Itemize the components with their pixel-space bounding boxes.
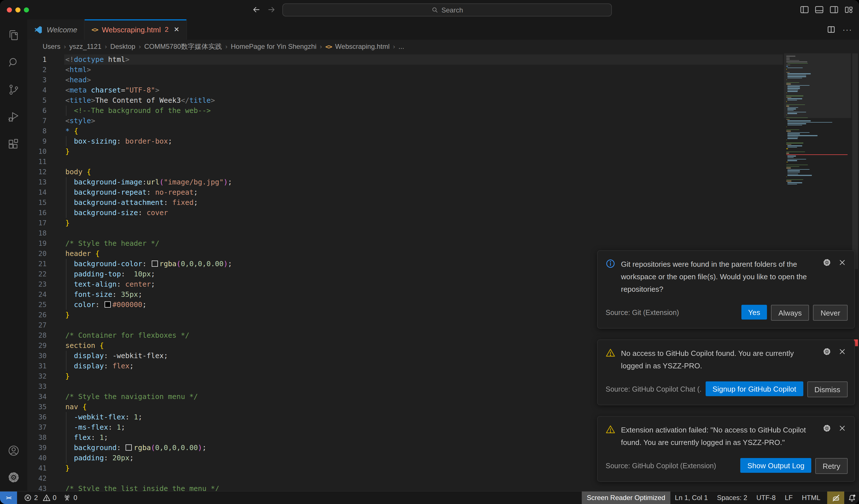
show-output-log-button[interactable]: Show Output Log	[740, 458, 811, 473]
minimap-line	[788, 100, 797, 101]
never-button[interactable]: Never	[813, 305, 848, 321]
breadcrumb-item[interactable]: Users	[43, 43, 61, 50]
code-line[interactable]: 11	[27, 157, 859, 167]
back-arrow-icon[interactable]	[252, 5, 261, 14]
toggle-panel-icon[interactable]	[815, 5, 824, 14]
language-mode[interactable]: HTML	[802, 494, 820, 502]
color-decorator-swatch[interactable]	[151, 261, 157, 267]
scrollbar-thumb[interactable]	[852, 53, 858, 269]
line-number: 6	[27, 106, 47, 116]
close-window-button[interactable]	[7, 7, 12, 13]
ports-count: 0	[74, 494, 77, 502]
line-number: 17	[27, 218, 47, 228]
code-line[interactable]: 5<title>The Content of Week3</title>	[27, 95, 859, 106]
notification-message: Extension activation failed: "No access …	[621, 424, 809, 449]
code-line[interactable]: 2<html>	[27, 65, 859, 75]
source-control-icon[interactable]	[0, 78, 27, 101]
notifications-bell-icon[interactable]	[844, 491, 859, 504]
minimap-line	[788, 98, 802, 99]
indentation-setting[interactable]: Spaces: 2	[717, 494, 747, 502]
dismiss-button[interactable]: Dismiss	[807, 381, 848, 397]
code-text: }	[65, 218, 70, 228]
minimize-window-button[interactable]	[15, 7, 20, 13]
code-line[interactable]: 16 background-size: cover	[27, 208, 859, 218]
notification-gear-icon[interactable]	[823, 258, 831, 267]
line-number: 23	[27, 279, 47, 289]
always-button[interactable]: Always	[771, 305, 809, 321]
code-line[interactable]: 9 box-sizing: border-box;	[27, 136, 859, 146]
split-editor-icon[interactable]	[827, 25, 836, 34]
code-line[interactable]: 7<style>	[27, 116, 859, 126]
accounts-icon[interactable]	[0, 439, 27, 462]
tab-webscraping-html[interactable]: <> Webscraping.html 2 ✕	[85, 19, 187, 40]
search-sidebar-icon[interactable]	[0, 51, 27, 74]
notification-gear-icon[interactable]	[823, 424, 831, 432]
code-text: text-align: center;	[65, 279, 155, 289]
close-tab-icon[interactable]: ✕	[174, 26, 179, 33]
color-decorator-swatch[interactable]	[105, 301, 111, 308]
minimap-line	[786, 101, 787, 102]
copilot-disabled-indicator[interactable]	[827, 491, 844, 504]
encoding-setting[interactable]: UTF-8	[756, 494, 776, 502]
command-center-search[interactable]: Search	[282, 3, 612, 16]
explorer-icon[interactable]	[0, 24, 27, 47]
tab-welcome[interactable]: Welcome	[27, 19, 85, 40]
code-line[interactable]: 15 background-attachment: fixed;	[27, 198, 859, 208]
minimap-line	[786, 56, 795, 57]
yes-button[interactable]: Yes	[741, 305, 767, 319]
run-and-debug-icon[interactable]	[0, 106, 27, 128]
code-line[interactable]: 19/* Style the header */	[27, 238, 859, 249]
breadcrumb-item[interactable]: ...	[398, 43, 404, 50]
minimap-line	[786, 148, 788, 149]
minimap-line	[788, 78, 802, 79]
eol-setting[interactable]: LF	[785, 494, 793, 502]
minimap-line	[786, 72, 790, 73]
customize-layout-icon[interactable]	[844, 5, 853, 14]
breadcrumb-item[interactable]: Webscraping.html	[335, 43, 390, 50]
code-line[interactable]: 4<meta charset="UTF-8">	[27, 85, 859, 95]
code-line[interactable]: 6 <!--The background of the web-->	[27, 106, 859, 116]
breadcrumb-item[interactable]: HomePage for Yin Shengzhi	[231, 43, 316, 50]
code-line[interactable]: 1<!doctype html>	[27, 54, 859, 65]
line-number: 28	[27, 330, 47, 341]
notification-close-icon[interactable]	[838, 347, 846, 356]
code-text: }	[65, 310, 70, 320]
toggle-secondary-sidebar-icon[interactable]	[829, 5, 839, 14]
minimap-line	[788, 85, 810, 86]
remote-indicator[interactable]: ><	[0, 491, 17, 504]
code-text: <html>	[65, 65, 91, 75]
zoom-window-button[interactable]	[24, 7, 29, 13]
toggle-primary-sidebar-icon[interactable]	[800, 5, 809, 14]
breadcrumb-item[interactable]: Desktop	[110, 43, 135, 50]
notification-close-icon[interactable]	[838, 424, 846, 432]
forward-arrow-icon[interactable]	[267, 5, 276, 14]
code-line[interactable]: 13 background-image:url("image/bg.jpg");	[27, 177, 859, 187]
code-line[interactable]: 12body {	[27, 167, 859, 177]
ports-indicator[interactable]: 0	[63, 494, 77, 502]
breadcrumb-item[interactable]: COMM5780数字媒体实践	[144, 42, 222, 51]
breadcrumb-separator: ›	[64, 43, 66, 50]
code-text: /* Style the header */	[65, 238, 160, 249]
code-line[interactable]: 14 background-repeat: no-repeat;	[27, 187, 859, 198]
line-number: 39	[27, 443, 47, 453]
code-line[interactable]: 18	[27, 228, 859, 238]
code-line[interactable]: 8* {	[27, 126, 859, 136]
more-actions-icon[interactable]: ···	[843, 25, 852, 34]
code-line[interactable]: 10}	[27, 146, 859, 157]
extensions-icon[interactable]	[0, 133, 27, 156]
notification-close-icon[interactable]	[838, 258, 846, 267]
minimap-line	[788, 109, 796, 110]
screen-reader-optimized-badge[interactable]: Screen Reader Optimized	[582, 491, 670, 504]
minimap-line	[788, 172, 800, 173]
breadcrumb-item[interactable]: yszz_1121	[69, 43, 102, 50]
settings-gear-icon[interactable]	[0, 466, 27, 489]
signup-copilot-button[interactable]: Signup for GitHub Copilot	[706, 381, 803, 396]
color-decorator-swatch[interactable]	[126, 444, 132, 451]
notification-gear-icon[interactable]	[823, 347, 831, 356]
code-line[interactable]: 17}	[27, 218, 859, 228]
code-line[interactable]: 3<head>	[27, 75, 859, 85]
retry-button[interactable]: Retry	[815, 458, 848, 474]
problems-indicator[interactable]: 2 0	[24, 494, 57, 502]
cursor-position[interactable]: Ln 1, Col 1	[675, 494, 708, 502]
code-line[interactable]: 43/* Style the list inside the menu */	[27, 484, 859, 491]
